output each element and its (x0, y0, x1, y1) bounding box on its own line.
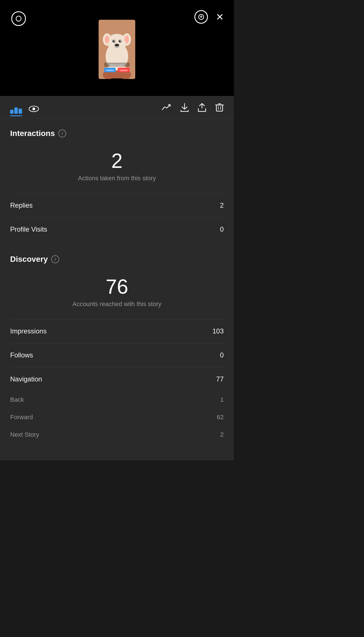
insights-tab[interactable] (10, 107, 22, 116)
back-label: Back (10, 396, 24, 403)
svg-text:CHUКО: CHUКО (120, 69, 128, 72)
svg-point-14 (125, 36, 129, 43)
follows-value: 0 (220, 351, 224, 359)
story-thumbnail: Which name? CHATO CHUКО (99, 20, 135, 79)
discovery-section-title: Discovery i (10, 241, 224, 271)
interactions-big-number-label: Actions taken from this story (10, 175, 224, 193)
next-story-label: Next Story (10, 431, 39, 438)
next-story-row: Next Story 2 (10, 426, 224, 443)
follows-row: Follows 0 (10, 343, 224, 367)
svg-rect-25 (216, 105, 223, 111)
profile-visits-value: 0 (220, 225, 224, 233)
discovery-big-number: 76 (10, 271, 224, 300)
navigation-row: Navigation 77 (10, 367, 224, 391)
trending-icon[interactable] (162, 104, 171, 113)
svg-point-13 (105, 36, 109, 43)
download-icon[interactable] (180, 103, 189, 113)
delete-icon[interactable] (215, 103, 224, 113)
download-circle-icon[interactable] (194, 10, 208, 24)
share-icon[interactable] (198, 103, 206, 113)
replies-label: Replies (10, 201, 33, 209)
circle-icon[interactable] (11, 11, 26, 26)
impressions-row: Impressions 103 (10, 319, 224, 343)
interactions-big-number: 2 (10, 145, 224, 175)
replies-row: Replies 2 (10, 193, 224, 217)
svg-point-12 (115, 44, 119, 47)
navigation-value: 77 (216, 375, 224, 383)
content-area: Interactions i 2 Actions taken from this… (0, 119, 234, 460)
story-preview-area: ✕ (0, 0, 234, 96)
back-row: Back 1 (10, 391, 224, 408)
forward-row: Forward 62 (10, 408, 224, 426)
svg-text:Which name?: Which name? (110, 64, 124, 66)
triangle-pointer (111, 78, 123, 79)
svg-point-11 (120, 40, 121, 41)
forward-value: 62 (217, 414, 224, 421)
close-icon[interactable]: ✕ (216, 12, 224, 22)
interactions-info-icon[interactable]: i (58, 129, 66, 137)
svg-point-0 (16, 16, 21, 21)
next-story-value: 2 (220, 431, 224, 438)
toolbar (0, 96, 234, 118)
toolbar-left (10, 106, 39, 116)
svg-point-24 (32, 107, 35, 110)
interactions-section-title: Interactions i (10, 119, 224, 145)
eye-tab[interactable] (29, 106, 39, 116)
discovery-info-icon[interactable]: i (51, 255, 59, 263)
top-right-icons: ✕ (194, 10, 224, 24)
follows-label: Follows (10, 351, 33, 359)
interactions-label: Interactions (10, 129, 55, 138)
replies-value: 2 (220, 201, 224, 209)
discovery-big-number-label: Accounts reached with this story (10, 300, 224, 319)
profile-visits-label: Profile Visits (10, 225, 47, 233)
discovery-label: Discovery (10, 255, 48, 264)
back-value: 1 (220, 396, 224, 403)
svg-text:CHATO: CHATO (106, 69, 114, 72)
forward-label: Forward (10, 414, 33, 421)
impressions-value: 103 (212, 327, 224, 335)
impressions-label: Impressions (10, 327, 46, 335)
svg-point-10 (114, 40, 115, 41)
navigation-label: Navigation (10, 375, 42, 383)
profile-visits-row: Profile Visits 0 (10, 217, 224, 241)
toolbar-right (162, 103, 224, 116)
